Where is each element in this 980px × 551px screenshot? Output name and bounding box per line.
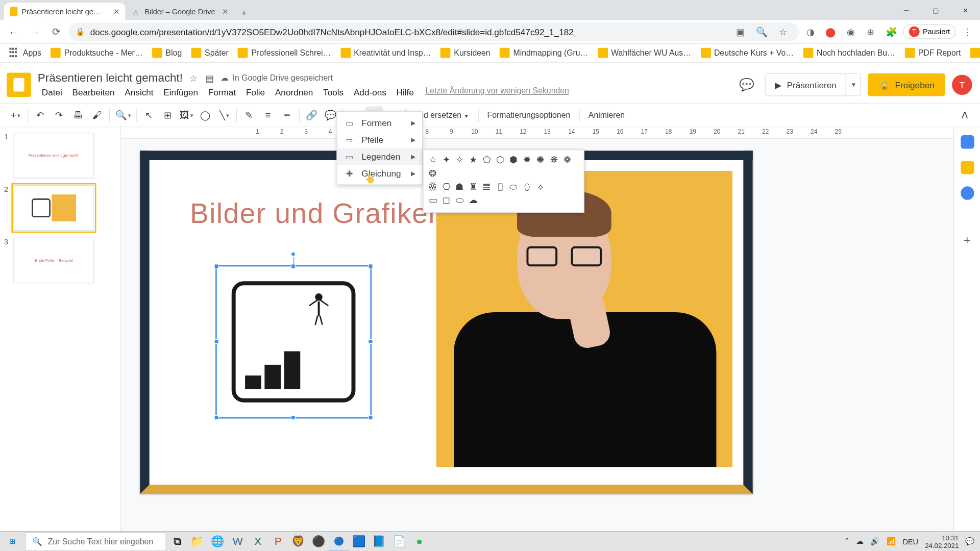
resize-handle[interactable]: [368, 339, 373, 344]
paint-format-button[interactable]: 🖌: [88, 106, 106, 123]
menu-format[interactable]: Format: [204, 86, 240, 98]
forward-button[interactable]: →: [26, 22, 44, 41]
shape-option[interactable]: ⟡: [535, 181, 546, 192]
rotate-handle[interactable]: [291, 252, 296, 256]
menu-file[interactable]: Datei: [38, 86, 66, 98]
present-dropdown[interactable]: ▼: [847, 73, 862, 96]
close-window-icon[interactable]: ✕: [950, 0, 980, 20]
format-options-button[interactable]: Formatierungsoptionen: [482, 110, 576, 119]
excel-icon[interactable]: X: [248, 531, 268, 551]
keep-addon-icon[interactable]: [961, 161, 974, 174]
slide-thumb-3[interactable]: Erste Folie – Beispiel: [13, 238, 94, 284]
resize-handle[interactable]: [368, 264, 373, 268]
person-photo[interactable]: [436, 171, 732, 467]
edge-icon[interactable]: 🌐: [207, 531, 228, 551]
word-icon[interactable]: W: [228, 531, 248, 551]
zoom-button[interactable]: 🔍: [113, 106, 133, 123]
comments-icon[interactable]: 💬: [735, 73, 758, 96]
tray-expand-icon[interactable]: ˄: [845, 537, 849, 546]
close-tab-icon[interactable]: ✕: [113, 7, 119, 16]
menu-view[interactable]: Ansicht: [120, 86, 157, 98]
image-insert-button[interactable]: 🖼: [178, 106, 195, 123]
obs-icon[interactable]: ⚫: [308, 531, 329, 551]
bookmark-item[interactable]: Steuern Lesen !!!!: [966, 46, 980, 60]
shape-option[interactable]: ❂: [428, 167, 438, 178]
extension-icon[interactable]: ◑: [801, 23, 819, 40]
shape-option[interactable]: ▭: [428, 194, 438, 205]
shape-option[interactable]: ⎔: [441, 181, 452, 192]
collapse-toolbar-icon[interactable]: ᐱ: [956, 106, 973, 123]
selected-image[interactable]: [215, 265, 372, 419]
slide-title-text[interactable]: Bilder und Grafiken: [190, 197, 445, 229]
shape-option[interactable]: ✧: [454, 154, 465, 165]
resize-handle[interactable]: [291, 264, 296, 268]
shape-option[interactable]: 🏵: [428, 181, 438, 192]
resize-handle[interactable]: [214, 339, 218, 344]
star-icon[interactable]: ☆: [189, 72, 198, 83]
brave-icon[interactable]: 🦁: [288, 531, 309, 551]
shape-option[interactable]: ✦: [441, 154, 452, 165]
bookmark-item[interactable]: Kreativität und Insp…: [336, 46, 435, 60]
file-explorer-icon[interactable]: 📁: [187, 531, 208, 551]
browser-tab[interactable]: △ Bilder – Google Drive ✕: [125, 3, 234, 20]
bookmark-item[interactable]: Produktsuche - Mer…: [46, 46, 146, 60]
app-icon[interactable]: 📘: [369, 531, 389, 551]
spotify-icon[interactable]: ●: [409, 531, 430, 551]
shape-option[interactable]: ♜: [468, 181, 479, 192]
shape-option[interactable]: ❁: [562, 154, 573, 165]
shape-option[interactable]: ◻: [441, 194, 452, 205]
shape-option[interactable]: ★: [468, 154, 479, 165]
slide-thumb-2[interactable]: [13, 185, 94, 231]
shape-option[interactable]: ☁: [468, 194, 479, 205]
mask-menu-shapes[interactable]: ▭Formen▶: [337, 114, 422, 131]
shape-option[interactable]: 𝌆: [481, 181, 492, 192]
new-tab-button[interactable]: +: [237, 6, 252, 20]
slides-logo-icon[interactable]: [7, 72, 31, 96]
menu-insert[interactable]: Einfügen: [159, 86, 202, 98]
extension-icon[interactable]: ⬤: [822, 23, 839, 40]
start-button[interactable]: ⊞: [0, 531, 24, 551]
clock[interactable]: 10:3124.02.2021: [925, 534, 959, 549]
border-weight-button[interactable]: ≡: [259, 106, 277, 123]
last-edit-link[interactable]: Letzte Änderung vor wenigen Sekunden: [425, 86, 569, 98]
extension-icon[interactable]: ⊕: [862, 23, 879, 40]
undo-button[interactable]: ↶: [32, 106, 49, 123]
resize-handle[interactable]: [214, 264, 218, 268]
new-slide-button[interactable]: +: [7, 106, 24, 123]
move-icon[interactable]: ▤: [205, 72, 214, 83]
print-button[interactable]: 🖶: [69, 106, 87, 123]
chrome-menu-icon[interactable]: ⋮: [959, 23, 976, 40]
menu-tools[interactable]: Tools: [319, 86, 348, 98]
edge-new-icon[interactable]: 🟦: [349, 531, 369, 551]
select-tool-button[interactable]: ↖: [140, 106, 157, 123]
shape-option[interactable]: ☆: [428, 154, 438, 165]
calendar-addon-icon[interactable]: [961, 135, 974, 148]
shape-option[interactable]: ⬡: [495, 154, 505, 165]
shape-option[interactable]: ❋: [549, 154, 559, 165]
bookmark-item[interactable]: PDF Report: [901, 46, 965, 60]
reload-button[interactable]: ⟳: [47, 22, 66, 41]
video-icon[interactable]: ▣: [731, 23, 749, 40]
shape-option[interactable]: ⬢: [508, 154, 519, 165]
add-addon-icon[interactable]: +: [961, 234, 974, 247]
shape-option[interactable]: ⬭: [508, 181, 519, 192]
mask-menu-arrows[interactable]: ⇨Pfeile▶: [337, 131, 422, 148]
extensions-menu-icon[interactable]: 🧩: [883, 23, 900, 40]
bookmark-item[interactable]: Blog: [148, 46, 186, 60]
bookmark-item[interactable]: Deutsche Kurs + Vo…: [697, 46, 798, 60]
profile-paused-chip[interactable]: T Pausiert: [902, 24, 956, 39]
wifi-tray-icon[interactable]: 📶: [887, 537, 896, 546]
shape-option[interactable]: ⌷: [495, 181, 505, 192]
line-button[interactable]: ╲: [215, 106, 233, 123]
back-button[interactable]: ←: [4, 22, 23, 41]
taskbar-search[interactable]: 🔍Zur Suche Text hier eingeben: [25, 532, 166, 551]
menu-addons[interactable]: Add-ons: [350, 86, 390, 98]
powerpoint-icon[interactable]: P: [268, 531, 288, 551]
volume-tray-icon[interactable]: 🔊: [870, 537, 879, 546]
slide-thumb-1[interactable]: Präsentieren leicht gemacht!: [13, 133, 94, 179]
star-bookmark-icon[interactable]: ☆: [775, 23, 792, 40]
account-avatar[interactable]: T: [952, 74, 972, 95]
menu-slide[interactable]: Folie: [242, 86, 269, 98]
minimize-window-icon[interactable]: ─: [891, 0, 921, 20]
onedrive-tray-icon[interactable]: ☁: [856, 537, 864, 546]
